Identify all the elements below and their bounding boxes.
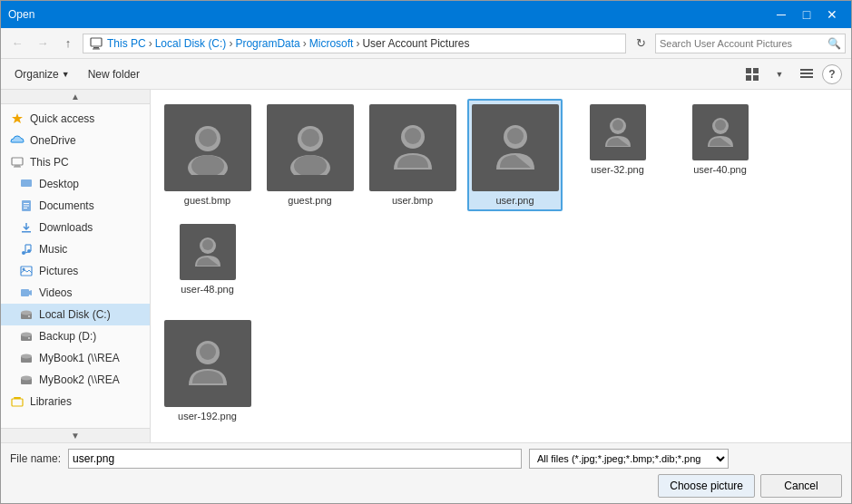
sidebar-item-music[interactable]: Music xyxy=(1,238,150,260)
breadcrumb-microsoft[interactable]: Microsoft xyxy=(309,37,354,50)
svg-point-49 xyxy=(405,128,421,144)
sidebar-label-documents: Documents xyxy=(39,199,94,212)
mybook2-icon xyxy=(19,373,34,387)
search-box[interactable]: 🔍 xyxy=(655,34,846,53)
svg-rect-1 xyxy=(93,47,99,49)
sidebar-item-backup-d[interactable]: Backup (D:) xyxy=(1,325,150,347)
list-item[interactable]: user-48.png xyxy=(160,218,255,300)
help-button[interactable]: ? xyxy=(822,64,842,84)
sidebar-item-onedrive[interactable]: OneDrive xyxy=(1,130,150,151)
choose-picture-button[interactable]: Choose picture xyxy=(658,474,755,498)
svg-rect-18 xyxy=(22,231,31,233)
search-icon: 🔍 xyxy=(828,37,841,50)
list-item[interactable]: guest.bmp xyxy=(160,99,255,211)
filetype-select[interactable]: All files (*.jpg;*.jpeg;*.bmp;*.dib;*.pn… xyxy=(529,449,729,469)
breadcrumb-thispc[interactable]: This PC xyxy=(107,37,146,50)
file-grid: guest.bmp guest.png xyxy=(160,99,842,427)
sidebar-item-libraries[interactable]: Libraries xyxy=(1,391,150,412)
search-input[interactable] xyxy=(660,38,828,49)
sidebar-label-onedrive: OneDrive xyxy=(30,134,76,147)
list-item[interactable]: user-192.png xyxy=(160,315,255,427)
minimize-button[interactable]: ─ xyxy=(769,5,793,24)
svg-point-53 xyxy=(612,120,623,131)
sidebar-scroll-up[interactable]: ▲ xyxy=(1,90,150,104)
filename-input[interactable] xyxy=(68,449,522,469)
svg-point-57 xyxy=(202,239,213,250)
action-row: Choose picture Cancel xyxy=(10,474,842,498)
list-item[interactable]: user-32.png xyxy=(570,99,665,211)
breadcrumb-programdata[interactable]: ProgramData xyxy=(235,37,299,50)
file-area: guest.bmp guest.png xyxy=(151,90,851,442)
local-disk-icon xyxy=(19,307,34,322)
organize-button[interactable]: Organize ▼ xyxy=(10,65,74,83)
svg-rect-38 xyxy=(12,399,23,406)
thispc-icon xyxy=(10,155,24,170)
sidebar-scroll-down[interactable]: ▼ xyxy=(1,428,150,442)
file-name: user-48.png xyxy=(181,284,234,295)
svg-rect-16 xyxy=(24,206,29,207)
sidebar-label-videos: Videos xyxy=(39,286,72,299)
bottom-bar: File name: All files (*.jpg;*.jpeg;*.bmp… xyxy=(1,442,851,503)
sidebar: ▲ Quick access OneDrive xyxy=(1,90,151,442)
sidebar-label-downloads: Downloads xyxy=(39,221,93,234)
view-dropdown-button[interactable] xyxy=(740,64,764,84)
filename-row: File name: All files (*.jpg;*.jpeg;*.bmp… xyxy=(10,449,842,469)
svg-rect-27 xyxy=(21,289,29,296)
svg-point-35 xyxy=(21,354,32,359)
pictures-icon xyxy=(19,264,34,278)
sidebar-item-desktop[interactable]: Desktop xyxy=(1,173,150,195)
sidebar-item-quick-access[interactable]: Quick access xyxy=(1,108,150,130)
file-thumbnail xyxy=(164,320,251,407)
sidebar-item-documents[interactable]: Documents xyxy=(1,195,150,217)
view-chevron-button[interactable]: ▼ xyxy=(768,64,791,84)
svg-rect-9 xyxy=(800,76,813,78)
sidebar-list: Quick access OneDrive This PC xyxy=(1,104,151,416)
svg-point-37 xyxy=(21,376,32,381)
sidebar-item-mybook1[interactable]: MyBook1 (\\REA xyxy=(1,347,150,369)
sidebar-item-mybook2[interactable]: MyBook2 (\\REA xyxy=(1,369,150,391)
onedrive-icon xyxy=(10,133,24,148)
close-button[interactable]: ✕ xyxy=(820,5,844,24)
svg-rect-3 xyxy=(746,68,751,73)
details-pane-button[interactable] xyxy=(795,64,818,84)
svg-point-55 xyxy=(715,120,726,131)
file-thumbnail xyxy=(472,104,559,191)
sidebar-item-videos[interactable]: Videos xyxy=(1,282,150,304)
sidebar-label-thispc: This PC xyxy=(30,156,69,169)
file-name: user.png xyxy=(495,195,534,206)
file-thumbnail xyxy=(369,104,456,191)
breadcrumb-localdisk[interactable]: Local Disk (C:) xyxy=(155,37,227,50)
svg-rect-8 xyxy=(800,73,813,74)
music-icon xyxy=(19,242,34,257)
svg-point-19 xyxy=(22,251,25,255)
sidebar-item-pictures[interactable]: Pictures xyxy=(1,260,150,282)
list-item[interactable]: user-40.png xyxy=(672,99,768,211)
main-content: ▲ Quick access OneDrive xyxy=(1,90,851,442)
sidebar-label-local-disk-c: Local Disk (C:) xyxy=(39,308,111,321)
sidebar-item-thispc[interactable]: This PC xyxy=(1,151,150,173)
new-folder-button[interactable]: New folder xyxy=(83,65,144,83)
list-item[interactable]: user.bmp xyxy=(365,99,460,211)
address-bar: ← → ↑ This PC › Local Disk (C:) › Progra… xyxy=(1,28,851,59)
file-name: guest.bmp xyxy=(184,195,230,206)
breadcrumb[interactable]: This PC › Local Disk (C:) › ProgramData … xyxy=(83,34,626,53)
maximize-button[interactable]: □ xyxy=(795,5,818,24)
back-button[interactable]: ← xyxy=(6,33,28,54)
svg-point-29 xyxy=(21,311,32,315)
title-bar-controls: ─ □ ✕ xyxy=(769,5,844,24)
svg-rect-4 xyxy=(753,68,759,73)
svg-rect-2 xyxy=(93,48,100,49)
sidebar-item-downloads[interactable]: Downloads xyxy=(1,217,150,238)
refresh-button[interactable]: ↻ xyxy=(630,33,651,54)
sidebar-item-local-disk-c[interactable]: Local Disk (C:) xyxy=(1,304,150,325)
up-button[interactable]: ↑ xyxy=(57,33,79,54)
file-name: user-32.png xyxy=(591,164,644,175)
sidebar-label-backup-d: Backup (D:) xyxy=(39,330,96,343)
svg-rect-39 xyxy=(14,397,21,399)
list-item[interactable]: guest.png xyxy=(262,99,357,211)
forward-button[interactable]: → xyxy=(32,33,54,54)
videos-icon xyxy=(19,286,34,300)
filename-label: File name: xyxy=(10,452,61,465)
list-item[interactable]: user.png xyxy=(467,99,563,211)
cancel-button[interactable]: Cancel xyxy=(760,474,842,498)
